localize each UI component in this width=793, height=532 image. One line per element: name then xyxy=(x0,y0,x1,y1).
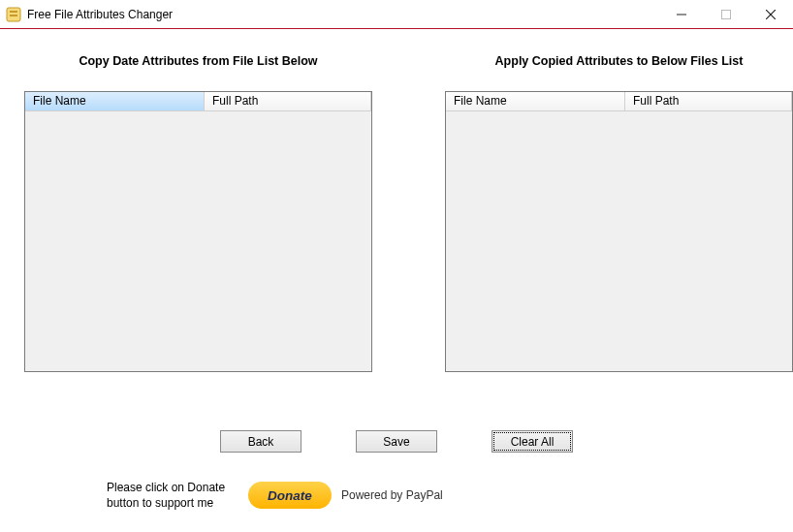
close-button[interactable] xyxy=(748,0,793,28)
save-button[interactable]: Save xyxy=(356,430,437,453)
back-button[interactable]: Back xyxy=(220,430,301,453)
donate-row: Please click on Donate button to support… xyxy=(107,480,793,511)
window-title: Free File Attributes Changer xyxy=(27,8,173,21)
target-file-list[interactable]: File Name Full Path xyxy=(445,91,793,372)
action-button-row: Back Save Clear All xyxy=(0,430,793,453)
window-controls xyxy=(659,0,793,28)
target-col-full-path[interactable]: Full Path xyxy=(625,92,792,111)
maximize-button[interactable] xyxy=(704,0,748,28)
app-icon xyxy=(6,7,21,22)
svg-rect-2 xyxy=(10,15,17,16)
source-list-header: Copy Date Attributes from File List Belo… xyxy=(24,54,372,68)
donate-button[interactable]: Donate xyxy=(248,482,332,509)
minimize-button[interactable] xyxy=(659,0,704,28)
source-file-list[interactable]: File Name Full Path xyxy=(24,91,372,372)
section-headers: Copy Date Attributes from File List Belo… xyxy=(0,29,793,68)
svg-rect-1 xyxy=(10,11,17,13)
source-column-row: File Name Full Path xyxy=(25,92,371,111)
clear-all-button[interactable]: Clear All xyxy=(492,430,573,453)
target-list-header: Apply Copied Attributes to Below Files L… xyxy=(445,54,793,68)
titlebar: Free File Attributes Changer xyxy=(0,0,793,29)
source-col-file-name[interactable]: File Name xyxy=(25,92,205,111)
target-col-file-name[interactable]: File Name xyxy=(446,92,625,111)
paypal-powered-by: Powered by PayPal xyxy=(341,488,443,502)
lists-container: File Name Full Path File Name Full Path xyxy=(0,91,793,372)
source-col-full-path[interactable]: Full Path xyxy=(205,92,371,111)
donate-prompt: Please click on Donate button to support… xyxy=(107,480,233,511)
svg-rect-4 xyxy=(722,10,731,18)
target-column-row: File Name Full Path xyxy=(446,92,792,111)
